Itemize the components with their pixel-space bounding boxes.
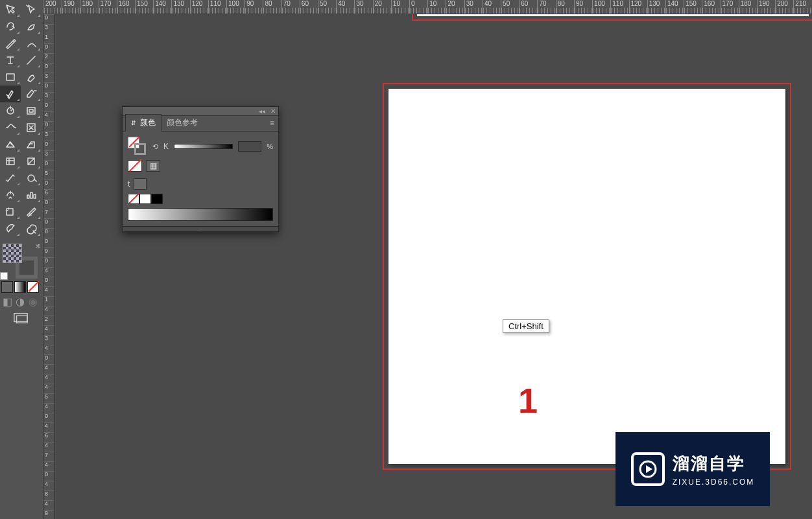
- ruler-tick: 200: [43, 0, 62, 14]
- ruler-tick: 0: [409, 0, 427, 14]
- ruler-tick: 160: [702, 0, 720, 14]
- scale-tool[interactable]: [21, 102, 42, 119]
- swatch-black[interactable]: [151, 194, 163, 204]
- rotate-tool[interactable]: [0, 102, 21, 119]
- ruler-tick: 9: [43, 510, 54, 519]
- ruler-tick: 1: [43, 296, 54, 306]
- ruler-tick: 170: [721, 0, 739, 14]
- swap-fill-stroke-icon[interactable]: ⤭: [35, 242, 40, 249]
- line-tool[interactable]: [21, 52, 42, 69]
- artboard-tool[interactable]: [0, 203, 21, 220]
- tab-flyout-icon: ⇵: [131, 120, 136, 126]
- k-slider[interactable]: [174, 144, 233, 149]
- ruler-tick: 0: [43, 82, 54, 92]
- percent-label: %: [267, 143, 273, 150]
- direct-selection-tool[interactable]: [21, 1, 42, 18]
- symbol-sprayer-tool[interactable]: [0, 187, 21, 203]
- draw-behind-icon[interactable]: ◑: [14, 295, 26, 307]
- default-fill-stroke-icon[interactable]: [0, 272, 8, 280]
- ruler-tick: 0: [43, 121, 54, 131]
- ruler-tick: 8: [43, 228, 54, 238]
- screen-mode-button[interactable]: [0, 312, 42, 324]
- pen-tool[interactable]: [0, 35, 21, 52]
- ruler-tick: 4: [43, 374, 54, 384]
- panel-swap-icon[interactable]: ⟲: [152, 143, 158, 151]
- ruler-tick: 1: [43, 34, 54, 43]
- fill-stroke-swatches[interactable]: ⤭: [0, 241, 42, 280]
- column-graph-tool[interactable]: [21, 187, 42, 203]
- panel-collapse-icon[interactable]: ◂◂: [259, 108, 265, 115]
- toolbox: ⤭ ◧ ◑ ◉: [0, 0, 43, 519]
- tab-color[interactable]: ⇵ 颜色: [125, 114, 161, 132]
- panel-menu-icon[interactable]: ≡: [270, 119, 274, 128]
- ruler-tick: 4: [43, 111, 54, 121]
- zoom-tool[interactable]: [21, 220, 42, 237]
- color-mode-button[interactable]: [1, 281, 13, 293]
- ruler-tick: 3: [43, 131, 54, 141]
- blend-tool[interactable]: [21, 170, 42, 187]
- slice-tool[interactable]: [21, 203, 42, 220]
- ruler-tick: 0: [43, 277, 54, 286]
- ruler-tick: 120: [190, 0, 208, 14]
- ruler-tick: 0: [43, 141, 54, 150]
- ruler-tick: 90: [574, 0, 592, 14]
- ruler-tick: 3: [43, 150, 54, 160]
- tint-swatch[interactable]: [134, 178, 147, 190]
- gradient-tool[interactable]: [21, 153, 42, 170]
- swatch-white[interactable]: [139, 194, 151, 204]
- mesh-tool[interactable]: [0, 153, 21, 170]
- width-tool[interactable]: [0, 119, 21, 136]
- watermark-badge: 溜溜自学 ZIXUE.3D66.COM: [615, 432, 770, 506]
- type-tool[interactable]: [0, 52, 21, 69]
- ruler-tick: 140: [153, 0, 171, 14]
- gradient-mode-button[interactable]: [14, 281, 26, 293]
- tab-color-guide[interactable]: 颜色参考: [161, 115, 203, 131]
- ruler-tick: 60: [300, 0, 318, 14]
- ruler-tick: 0: [43, 14, 54, 24]
- panel-resize-grip[interactable]: ···: [123, 226, 278, 231]
- ruler-tick: 200: [775, 0, 793, 14]
- ruler-tick: 4: [43, 442, 54, 452]
- ruler-tick: 190: [757, 0, 775, 14]
- draw-normal-icon[interactable]: ◧: [1, 295, 13, 307]
- perspective-grid-tool[interactable]: [21, 136, 42, 153]
- ruler-tick: 140: [665, 0, 684, 14]
- artboard-1-outline[interactable]: 1: [383, 83, 791, 470]
- k-value-input[interactable]: [238, 141, 261, 152]
- color-panel[interactable]: ◂◂ ✕ ⇵ 颜色 颜色参考 ≡ ⟲ K % ▦: [122, 106, 279, 232]
- panel-fill-stroke-proxy[interactable]: [128, 137, 147, 156]
- ruler-tick: 60: [519, 0, 537, 14]
- eraser-tool[interactable]: [21, 86, 42, 102]
- ruler-tick: 5: [43, 393, 54, 403]
- hand-tool[interactable]: [0, 220, 21, 237]
- ruler-tick: 80: [556, 0, 574, 14]
- lasso-tool[interactable]: [21, 18, 42, 35]
- ruler-tick: 4: [43, 481, 54, 490]
- ruler-tick: 90: [245, 0, 263, 14]
- ruler-tick: 0: [43, 257, 54, 267]
- magic-wand-tool[interactable]: [0, 18, 21, 35]
- grayscale-spectrum[interactable]: [128, 208, 273, 221]
- rectangle-tool[interactable]: [0, 69, 21, 86]
- draw-inside-icon[interactable]: ◉: [27, 295, 39, 307]
- swatch-none[interactable]: [128, 194, 139, 204]
- panel-none-icon[interactable]: [128, 160, 142, 172]
- none-mode-button[interactable]: [27, 281, 39, 293]
- eyedropper-tool[interactable]: [0, 170, 21, 187]
- free-transform-tool[interactable]: [21, 119, 42, 136]
- curvature-tool[interactable]: [21, 35, 42, 52]
- tint-icon[interactable]: t: [128, 179, 130, 189]
- watermark-play-icon: [631, 452, 665, 486]
- ruler-tick: 7: [43, 452, 54, 461]
- paintbrush-tool[interactable]: [21, 69, 42, 86]
- selection-tool[interactable]: [0, 1, 21, 18]
- shaper-tool[interactable]: [0, 86, 21, 102]
- ruler-tick: 40: [336, 0, 354, 14]
- ruler-tick: 4: [43, 461, 54, 471]
- panel-close-icon[interactable]: ✕: [270, 108, 276, 115]
- fill-swatch[interactable]: [3, 244, 22, 263]
- last-color-icon[interactable]: ▦: [146, 160, 160, 172]
- ruler-tick: 40: [483, 0, 501, 14]
- shape-builder-tool[interactable]: [0, 136, 21, 153]
- ruler-tick: 4: [43, 286, 54, 296]
